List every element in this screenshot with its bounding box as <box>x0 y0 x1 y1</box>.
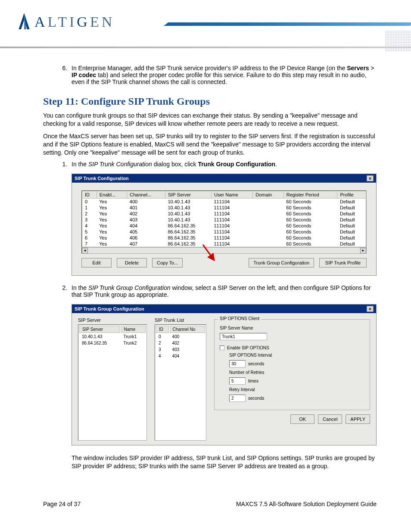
step-11-heading: Step 11: Configure SIP Trunk Groups <box>43 96 377 107</box>
sip-trunk-list[interactable]: IDChannel No0400240234034404 <box>155 324 206 441</box>
substep-2-a: In the <box>72 284 88 291</box>
interval-label: SIP OPTIONS Interval <box>229 353 272 358</box>
list-item[interactable]: 3403 <box>156 347 205 352</box>
p3: The window includes SIP provider IP addr… <box>72 454 377 470</box>
table-row[interactable]: 5Yes40586.64.162.3511110460 SecondsDefau… <box>82 229 366 235</box>
step-6-text-a: In Enterprise Manager, add the SIP Trunk… <box>72 65 347 72</box>
sip-server-label: SIP Server <box>78 317 147 323</box>
step-6-text-b: tab) and select the proper codec profile… <box>72 72 367 85</box>
delete-button[interactable]: Delete <box>117 258 147 268</box>
step-6: In Enterprise Manager, add the SIP Trunk… <box>69 65 377 85</box>
substep-1: In the SIP Trunk Configuration dialog bo… <box>69 161 377 276</box>
retries-unit: times <box>248 379 258 383</box>
brand-logo: ALTIGEN <box>16 12 115 32</box>
enable-sip-options-label: Enable SIP OPTIONS <box>227 345 269 350</box>
interval-input[interactable]: 30 <box>229 360 246 367</box>
retry-interval-input[interactable]: 2 <box>229 395 246 402</box>
table-row[interactable]: 2Yes40210.40.1.4311110460 SecondsDefault <box>82 211 366 217</box>
header-dots <box>385 30 411 52</box>
sip-server-name-label: SIP Server Name <box>220 326 253 330</box>
col-header[interactable]: Enabl... <box>97 191 127 199</box>
table-row[interactable]: 1Yes40110.40.1.4311110460 SecondsDefault <box>82 205 366 211</box>
sip-trunk-list-panel: SIP Trunk List IDChannel No0400240234034… <box>155 317 206 441</box>
sip-trunk-config-dialog: SIP Trunk Configuration × IDEnabl...Chan… <box>72 174 377 276</box>
trunk-table-wrap: IDEnabl...Channel...SIP ServerUser NameD… <box>81 190 367 254</box>
copy-to-button[interactable]: Copy To... <box>152 258 183 268</box>
dialog-title-text: SIP Trunk Configuration <box>75 176 129 181</box>
cancel-button[interactable]: Cancel <box>318 414 342 424</box>
edit-button[interactable]: Edit <box>81 258 112 268</box>
sip-options-groupbox: SIP OPTIONS Client SIP Server Name Trunk… <box>214 319 370 410</box>
close-icon[interactable]: × <box>367 306 374 312</box>
close-icon[interactable]: × <box>367 175 374 181</box>
substep-2-em: SIP Trunk Group Configuration <box>88 284 171 291</box>
table-row[interactable]: 3Yes40310.40.1.4311110460 SecondsDefault <box>82 217 366 223</box>
scroll-left-icon[interactable]: ◄ <box>82 248 88 254</box>
list-item[interactable]: 2402 <box>156 340 205 346</box>
groupbox-title: SIP OPTIONS Client <box>218 316 261 321</box>
col-header[interactable]: SIP Server <box>165 191 211 199</box>
sip-trunk-list-label: SIP Trunk List <box>155 317 206 323</box>
col-header[interactable]: SIP Server <box>79 326 120 333</box>
substep-1-a: In the <box>72 161 88 168</box>
sip-server-list[interactable]: SIP ServerName10.40.1.43Trunk186.64.162.… <box>78 324 147 441</box>
interval-unit: seconds <box>248 361 264 366</box>
steps-list: In the SIP Trunk Configuration dialog bo… <box>69 161 377 470</box>
enable-sip-options-checkbox[interactable] <box>220 345 224 350</box>
substep-1-c: . <box>275 161 277 168</box>
list-item[interactable]: 10.40.1.43Trunk1 <box>79 334 146 339</box>
table-row[interactable]: 4Yes40486.64.162.3511110460 SecondsDefau… <box>82 223 366 229</box>
list-item[interactable]: 4404 <box>156 353 205 359</box>
header-rule-2 <box>0 47 411 48</box>
trunk-table[interactable]: IDEnabl...Channel...SIP ServerUser NameD… <box>82 191 366 247</box>
step-6-bold-ipcodec: IP codec <box>72 72 96 78</box>
table-row[interactable]: 0Yes40010.40.1.4311110460 SecondsDefault <box>82 199 366 205</box>
col-header[interactable]: Channel No <box>170 326 205 333</box>
doc-title: MAXCS 7.5 All-Software Solution Deployme… <box>236 501 377 507</box>
col-header[interactable]: Profile <box>337 191 366 199</box>
dialog-title-bar: SIP Trunk Configuration × <box>72 174 376 183</box>
sip-options-panel: SIP OPTIONS Client SIP Server Name Trunk… <box>214 317 370 441</box>
col-header[interactable]: ID <box>82 191 97 199</box>
retry-interval-unit: seconds <box>248 396 264 401</box>
page-body: In Enterprise Manager, add the SIP Trunk… <box>0 65 411 525</box>
brand-name: ALTIGEN <box>34 14 115 30</box>
col-header[interactable]: Domain <box>253 191 283 199</box>
scroll-right-icon[interactable]: ► <box>360 248 366 254</box>
dialog2-title-bar: SIP Trunk Group Configuration × <box>72 305 376 313</box>
page-footer: Page 24 of 37 MAXCS 7.5 All-Software Sol… <box>43 501 377 507</box>
ok-button[interactable]: OK <box>290 414 314 424</box>
list-item[interactable]: 86.64.162.35Trunk2 <box>79 340 146 346</box>
substep-1-b: dialog box, click <box>152 161 198 168</box>
col-header[interactable]: Channel... <box>127 191 165 199</box>
col-header[interactable]: Name <box>121 326 146 333</box>
retry-interval-label: Retry Interval <box>229 387 255 392</box>
col-header[interactable]: Register Period <box>283 191 337 199</box>
col-header[interactable]: ID <box>156 326 169 333</box>
list-item[interactable]: 0400 <box>156 334 205 339</box>
substep-2: In the SIP Trunk Group Configuration win… <box>69 284 377 470</box>
apply-button[interactable]: APPLY <box>346 414 370 424</box>
outer-list-6: In Enterprise Manager, add the SIP Trunk… <box>69 65 377 85</box>
logo-icon <box>16 12 32 32</box>
sip-trunk-profile-button[interactable]: SIP Trunk Profile <box>319 258 367 268</box>
trunk-group-config-button[interactable]: Trunk Group Configuration <box>249 258 314 268</box>
page-number: Page 24 of 37 <box>43 501 81 507</box>
intro-p2: Once the MaxCS server has been set up, S… <box>43 132 377 157</box>
h-scrollbar[interactable]: ◄ ► <box>82 247 366 253</box>
retries-input[interactable]: 5 <box>229 377 246 385</box>
sip-server-panel: SIP Server SIP ServerName10.40.1.43Trunk… <box>78 317 147 441</box>
substep-1-bold: Trunk Group Configuration <box>198 161 275 168</box>
sip-server-name-input[interactable]: Trunk1 <box>220 333 267 340</box>
step-6-bold-servers: Servers <box>347 65 369 72</box>
dialog1-button-row: Edit Delete Copy To... Trunk Group Confi… <box>81 258 367 268</box>
dialog2-button-row: OK Cancel APPLY <box>214 414 370 424</box>
dialog2-title-text: SIP Trunk Group Configuration <box>75 306 144 311</box>
col-header[interactable]: User Name <box>211 191 252 199</box>
substep-1-em: SIP Trunk Configuration <box>88 161 152 168</box>
table-row[interactable]: 7Yes40786.64.162.3511110460 SecondsDefau… <box>82 241 366 247</box>
step-6-gt: > <box>369 65 374 72</box>
page-header: ALTIGEN <box>0 0 411 52</box>
table-row[interactable]: 6Yes40686.64.162.3511110460 SecondsDefau… <box>82 235 366 241</box>
intro-p1: You can configure trunk groups so that S… <box>43 112 377 128</box>
